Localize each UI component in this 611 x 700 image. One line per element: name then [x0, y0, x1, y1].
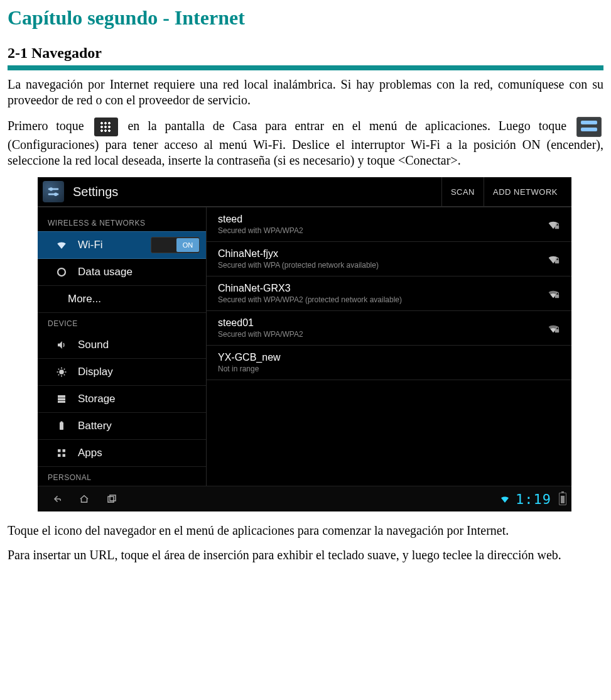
system-navbar: 1:19: [38, 486, 571, 511]
sidebar-item-label: Wi-Fi: [78, 239, 103, 251]
wifi-ssid: ChinaNet-fjyx: [218, 248, 546, 260]
svg-rect-23: [555, 226, 559, 229]
sidebar-item-apps[interactable]: Apps: [38, 440, 206, 467]
svg-rect-27: [108, 496, 114, 502]
wifi-toggle-knob: ON: [176, 238, 199, 252]
wifi-icon: [55, 239, 68, 251]
apps-grid-icon: [94, 118, 118, 136]
para2-text-c: (Configuraciones) para tener acceso al m…: [8, 138, 603, 167]
svg-line-13: [64, 369, 65, 370]
wifi-security: Secured with WPA (protected network avai…: [218, 261, 546, 270]
paragraph-intro: La navegación por Internet requiere una …: [8, 77, 603, 108]
sidebar-category-personal: PERSONAL: [38, 467, 206, 486]
para2-text-b: en la pantalla de Casa para entrar en el…: [127, 119, 575, 133]
wifi-network-row[interactable]: YX-GCB_new Not in range: [207, 346, 571, 380]
svg-rect-22: [63, 454, 66, 457]
wifi-network-row[interactable]: steed Secured with WPA/WPA2: [207, 207, 571, 242]
sidebar: WIRELESS & NETWORKS Wi-Fi ON Data usage …: [38, 207, 206, 486]
sidebar-item-data-usage[interactable]: Data usage: [38, 259, 206, 286]
sidebar-item-label: Data usage: [78, 266, 132, 278]
app-title: Settings: [73, 185, 118, 199]
storage-icon: [55, 393, 68, 405]
scan-button[interactable]: SCAN: [441, 177, 484, 206]
sidebar-category-wireless: WIRELESS & NETWORKS: [38, 212, 206, 231]
svg-rect-18: [61, 422, 63, 423]
wifi-signal-lock-icon: [546, 252, 560, 266]
svg-line-11: [64, 375, 65, 376]
wifi-network-row[interactable]: steed01 Secured with WPA/WPA2: [207, 311, 571, 346]
section-title: 2-1 Navegador: [8, 45, 603, 62]
paragraph-browser: Toque el icono del navegador en el menú …: [8, 523, 603, 539]
sidebar-item-label: Sound: [78, 339, 109, 351]
titlebar: Settings SCAN ADD NETWORK: [38, 177, 571, 207]
recent-apps-button[interactable]: [98, 486, 126, 511]
data-usage-icon: [55, 266, 68, 278]
sidebar-item-label: Display: [78, 366, 113, 378]
sidebar-item-wifi[interactable]: Wi-Fi ON: [38, 231, 206, 259]
sidebar-category-device: DEVICE: [38, 313, 206, 332]
wifi-security: Not in range: [218, 364, 546, 373]
settings-app-icon[interactable]: [43, 181, 64, 202]
wifi-signal-lock-icon: [546, 321, 560, 335]
status-battery-icon: [559, 493, 566, 505]
apps-icon: [55, 447, 68, 459]
sidebar-item-label: Battery: [78, 420, 112, 432]
sidebar-item-battery[interactable]: Battery: [38, 413, 206, 440]
svg-rect-14: [58, 395, 65, 398]
wifi-security: Secured with WPA/WPA2: [218, 330, 546, 339]
svg-rect-15: [58, 398, 65, 401]
wifi-security: Secured with WPA/WPA2 (protected network…: [218, 295, 546, 304]
home-button[interactable]: [70, 486, 98, 511]
paragraph-url: Para insertar un URL, toque el área de i…: [8, 547, 603, 563]
sidebar-item-label: More...: [68, 293, 101, 305]
chapter-title: Capítulo segundo - Internet: [8, 6, 603, 30]
back-button[interactable]: [43, 486, 70, 511]
wifi-security: Secured with WPA/WPA2: [218, 226, 546, 235]
svg-rect-26: [555, 329, 559, 333]
sidebar-item-more[interactable]: More...: [38, 286, 206, 313]
svg-line-12: [58, 375, 60, 376]
svg-rect-16: [58, 401, 65, 403]
sidebar-item-label: Apps: [78, 447, 102, 459]
wifi-signal-lock-icon: [546, 287, 560, 300]
wifi-network-row[interactable]: ChinaNet-GRX3 Secured with WPA/WPA2 (pro…: [207, 276, 571, 311]
sidebar-item-storage[interactable]: Storage: [38, 386, 206, 413]
settings-sliders-icon: [576, 117, 602, 137]
section-rule: [8, 65, 603, 70]
wifi-toggle[interactable]: ON: [151, 237, 200, 253]
svg-rect-21: [58, 454, 61, 457]
sidebar-item-label: Storage: [78, 393, 116, 405]
svg-rect-20: [63, 449, 66, 452]
svg-point-3: [54, 192, 58, 196]
svg-rect-17: [60, 422, 63, 430]
status-wifi-icon: [499, 493, 511, 505]
wifi-ssid: ChinaNet-GRX3: [218, 283, 546, 294]
wifi-ssid: steed: [218, 214, 546, 225]
svg-line-10: [58, 369, 60, 370]
wifi-network-list: steed Secured with WPA/WPA2 ChinaNet-fjy…: [206, 207, 571, 486]
paragraph-steps: Primero toque en la pantalla de Casa par…: [8, 117, 603, 168]
status-clock: 1:19: [516, 491, 551, 507]
svg-rect-19: [58, 449, 61, 452]
battery-icon: [55, 420, 68, 432]
svg-rect-24: [555, 260, 559, 264]
settings-screenshot: Settings SCAN ADD NETWORK WIRELESS & NET…: [38, 177, 571, 511]
add-network-button[interactable]: ADD NETWORK: [484, 177, 566, 206]
svg-point-2: [50, 187, 53, 191]
wifi-network-row[interactable]: ChinaNet-fjyx Secured with WPA (protecte…: [207, 242, 571, 276]
sound-icon: [55, 339, 68, 351]
svg-rect-28: [110, 495, 116, 501]
sidebar-item-display[interactable]: Display: [38, 359, 206, 386]
sidebar-item-sound[interactable]: Sound: [38, 332, 206, 359]
display-icon: [55, 366, 68, 378]
wifi-ssid: steed01: [218, 317, 546, 329]
wifi-signal-lock-icon: [546, 217, 560, 231]
wifi-signal-icon: [546, 356, 560, 369]
wifi-ssid: YX-GCB_new: [218, 352, 546, 363]
svg-rect-25: [555, 295, 559, 298]
svg-point-5: [59, 369, 64, 375]
para2-text-a: Primero toque: [8, 119, 92, 133]
svg-point-4: [58, 268, 65, 276]
